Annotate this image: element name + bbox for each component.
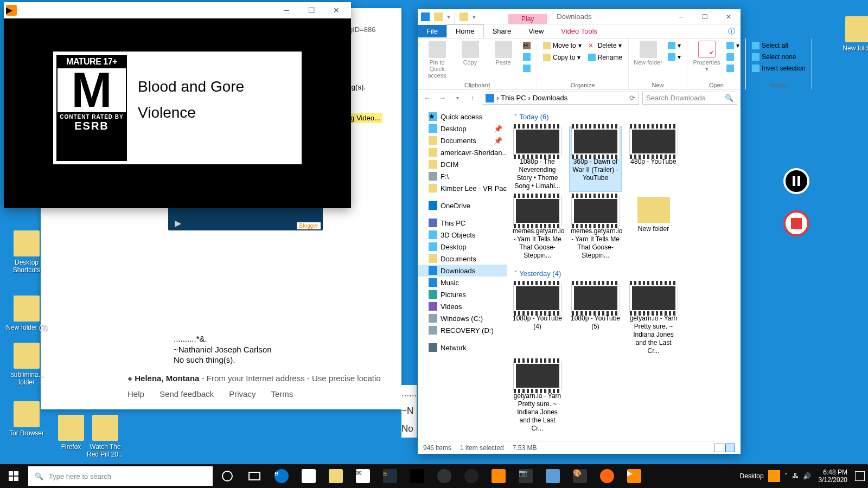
sidebar-3dobjects[interactable]: 3D Objects [418,229,507,241]
file-area[interactable]: ˅ Today (6) 1080p - The Neverending Stor… [507,106,741,441]
file-item[interactable]: 360p - Dawn of War II (Trailer) - YouTub… [570,126,621,191]
sidebar-desktop2[interactable]: Desktop [418,241,507,253]
invertselection-button[interactable]: Invert selection [750,63,807,73]
file-item[interactable]: memes.getyarn.io - Yarn It Tells Me That… [512,196,563,261]
file-item[interactable]: New folder [628,196,679,261]
desktop-icon[interactable]: Desktop Shortcuts [5,230,48,274]
mediaplayer-button[interactable]: ▶ [621,464,648,488]
play-icon[interactable]: ▶ [175,218,181,228]
group-yesterday[interactable]: ˅ Yesterday (4) [509,267,738,280]
tray-network-icon[interactable]: 🖧 [792,472,799,480]
mail-button[interactable]: ✉ [349,464,376,488]
file-item[interactable]: 1080p - YouTube (5) [570,283,621,356]
tab-home[interactable]: Home [446,24,484,38]
sidebar-ddrive[interactable]: RECOVERY (D:) [418,324,507,336]
recorder-stop-button[interactable] [783,210,809,236]
file-item[interactable]: 1080p - The Neverending Story • Theme So… [512,126,563,191]
rename-button[interactable]: Rename [586,53,624,62]
sidebar-documents2[interactable]: Documents [418,253,507,265]
edit-button[interactable] [725,52,741,62]
taskview-button[interactable] [241,464,268,488]
maximize-button[interactable]: ☐ [299,2,324,18]
desktop-icon[interactable]: Tor Browser [5,401,48,437]
sidebar-dcim[interactable]: DCIM [418,158,507,170]
newitem-button[interactable]: ▾ [666,41,682,50]
file-item[interactable]: getyarn.io - Yarn Pretty sure. ~ Indiana… [628,283,679,356]
sidebar-kimber[interactable]: Kimber Lee - VR Pac [418,182,507,194]
easyaccess-button[interactable]: ▾ [666,52,682,62]
selectall-button[interactable]: Select all [750,41,807,50]
paste-button[interactable]: Paste [488,41,518,66]
selectnone-button[interactable]: Select none [750,52,807,62]
cut-button[interactable]: ✂ [521,41,532,50]
sidebar-videos[interactable]: Videos [418,300,507,312]
app-button-3[interactable] [539,464,566,488]
search-input[interactable]: Search Downloads 🔍 [642,92,737,105]
recorder-pause-button[interactable] [783,168,809,194]
newfolder-button[interactable]: New folder [633,41,663,66]
file-item[interactable]: memes.getyarn.io - Yarn It Tells Me That… [570,196,621,261]
privacy-link[interactable]: Privacy [229,389,256,399]
clock[interactable]: 6:48 PM 3/12/2020 [815,468,851,484]
crumb-downloads[interactable]: Downloads [533,94,567,102]
sidebar-music[interactable]: Music [418,277,507,288]
tab-video-tools[interactable]: Video Tools [552,25,606,37]
file-item[interactable]: 480p - YouTube [628,126,679,191]
explorer-close[interactable]: ✕ [717,9,741,24]
firefox-button[interactable] [593,464,621,488]
taskbar-search[interactable]: 🔍 Type here to search [28,466,213,486]
sidebar-documents[interactable]: Documents📌 [418,134,507,146]
terms-link[interactable]: Terms [271,389,293,399]
sidebar-fdrive[interactable]: F:\ [418,170,507,182]
close-button[interactable]: ✕ [324,2,349,18]
back-button[interactable]: ← [421,92,433,104]
vlc-button[interactable] [485,464,512,488]
tray-desktop-label[interactable]: Desktop [740,472,764,480]
copy-button[interactable]: Copy [455,41,485,66]
app-button-1[interactable] [431,464,458,488]
sidebar-pictures[interactable]: Pictures [418,288,507,300]
help-link[interactable]: Help [127,389,144,399]
group-today[interactable]: ˅ Today (6) [509,111,738,123]
delete-button[interactable]: ✕Delete ▾ [586,41,624,50]
video-tools-play-tab[interactable]: Play [508,14,547,24]
properties-button[interactable]: ✔Properties▾ [692,41,722,73]
breadcrumb[interactable]: › This PC › Downloads ⟳ [482,92,639,105]
view-tiles-icon[interactable] [725,444,735,452]
tab-share[interactable]: Share [484,25,520,37]
forward-button[interactable]: → [436,92,448,104]
tab-file[interactable]: File [418,25,446,37]
open-button[interactable]: ▾ [725,41,741,50]
recent-button[interactable]: ▾ [451,92,463,104]
desktop-icon[interactable]: New folder (3) [5,296,48,331]
tripadvisor-button[interactable] [404,464,431,488]
explorer-maximize[interactable]: ☐ [693,9,717,24]
desktop-icon[interactable]: New folder [837,16,868,52]
app-button-2[interactable] [458,464,485,488]
feedback-link[interactable]: Send feedback [159,389,214,399]
tab-view[interactable]: View [520,25,552,37]
file-item[interactable]: 1080p - YouTube (4) [512,283,563,356]
crumb-thispc[interactable]: This PC [501,94,526,102]
up-button[interactable]: ↑ [467,92,478,104]
start-button[interactable] [0,464,27,488]
cortana-button[interactable] [214,464,241,488]
edge-button[interactable]: e [268,464,295,488]
tray-volume-icon[interactable]: 🔊 [803,472,811,480]
pasteshortcut-button[interactable] [521,63,532,73]
moveto-button[interactable]: Move to ▾ [541,41,583,50]
explorer-minimize[interactable]: ─ [669,9,693,24]
sidebar-thispc[interactable]: This PC [418,217,507,229]
explorer-titlebar[interactable]: ▾ ▾ Play Downloads ─ ☐ ✕ [418,9,741,24]
desktop-icon[interactable]: Watch The Red Pill 20... [84,415,126,459]
store-button[interactable] [295,464,322,488]
file-item[interactable]: getyarn.io - Yarn Pretty sure. ~ Indiana… [512,361,563,434]
sidebar-americavr[interactable]: americavr-Sheridan... [418,146,507,158]
copyto-button[interactable]: Copy to ▾ [541,53,583,62]
camera-button[interactable]: 📷 [512,464,539,488]
media-player-titlebar[interactable]: ▶ ─ ☐ ✕ [4,2,351,18]
sidebar-cdrive[interactable]: Windows (C:) [418,312,507,324]
view-details-icon[interactable] [714,444,724,452]
fileexplorer-button[interactable] [322,464,349,488]
sidebar-onedrive[interactable]: OneDrive [418,200,507,211]
